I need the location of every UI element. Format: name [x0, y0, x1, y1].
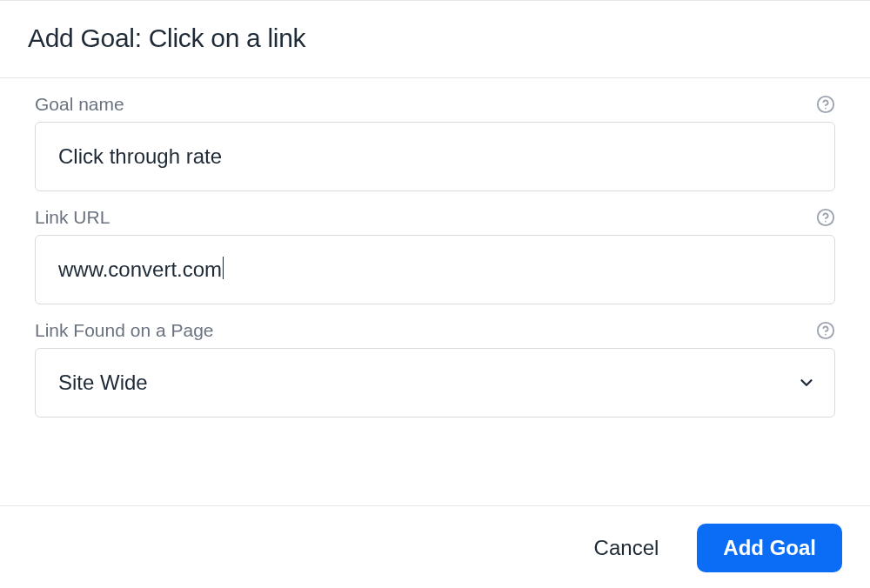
help-icon[interactable] — [816, 208, 835, 227]
link-found-field: Link Found on a Page Site Wide — [35, 320, 835, 418]
goal-name-input[interactable] — [35, 122, 835, 191]
help-icon[interactable] — [816, 321, 835, 340]
dialog-header: Add Goal: Click on a link — [0, 0, 870, 78]
link-url-value: www.convert.com — [58, 257, 222, 282]
link-found-select[interactable]: Site Wide — [35, 348, 835, 418]
dialog-footer: Cancel Add Goal — [0, 505, 870, 588]
cancel-button[interactable]: Cancel — [591, 527, 663, 569]
dialog-title: Add Goal: Click on a link — [28, 23, 842, 53]
link-found-selected: Site Wide — [58, 371, 148, 395]
link-url-input[interactable]: www.convert.com — [35, 235, 835, 304]
field-label-row: Link Found on a Page — [35, 320, 835, 341]
goal-name-field: Goal name — [35, 94, 835, 191]
field-label-row: Goal name — [35, 94, 835, 115]
dialog-body: Goal name Link URL — [0, 78, 870, 505]
link-url-input-wrapper: www.convert.com — [35, 235, 835, 304]
link-url-field: Link URL www.convert.com — [35, 207, 835, 304]
text-caret — [223, 257, 224, 279]
add-goal-dialog: Add Goal: Click on a link Goal name Link… — [0, 0, 870, 588]
link-url-label: Link URL — [35, 207, 110, 228]
link-found-label: Link Found on a Page — [35, 320, 214, 341]
link-found-select-wrapper: Site Wide — [35, 348, 835, 418]
goal-name-label: Goal name — [35, 94, 124, 115]
field-label-row: Link URL — [35, 207, 835, 228]
help-icon[interactable] — [816, 95, 835, 114]
add-goal-button[interactable]: Add Goal — [697, 524, 842, 572]
